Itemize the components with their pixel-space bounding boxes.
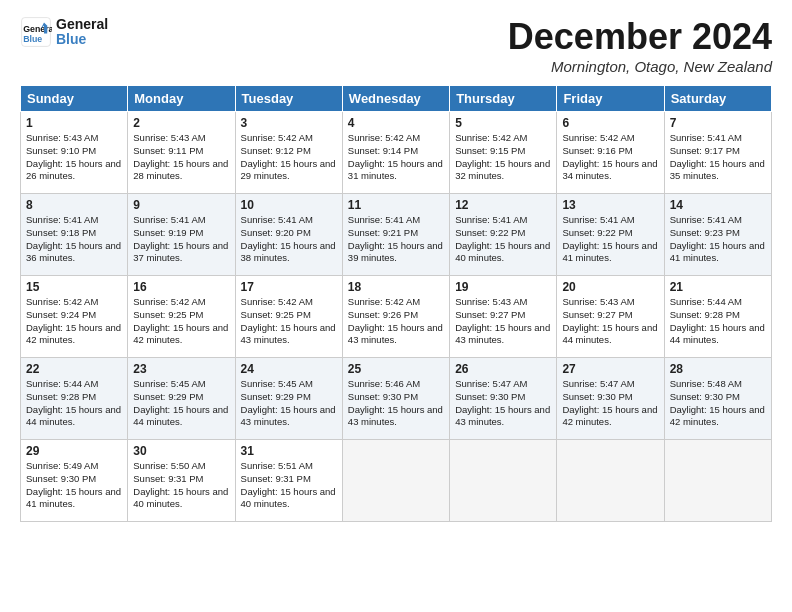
table-row: 17 Sunrise: 5:42 AMSunset: 9:25 PMDaylig… (235, 276, 342, 358)
table-row: 12 Sunrise: 5:41 AMSunset: 9:22 PMDaylig… (450, 194, 557, 276)
logo-icon: General Blue (20, 16, 52, 48)
location: Mornington, Otago, New Zealand (508, 58, 772, 75)
day-number: 5 (455, 116, 551, 130)
cell-content: Sunrise: 5:43 AMSunset: 9:10 PMDaylight:… (26, 132, 121, 181)
table-row: 2 Sunrise: 5:43 AMSunset: 9:11 PMDayligh… (128, 112, 235, 194)
table-row: 13 Sunrise: 5:41 AMSunset: 9:22 PMDaylig… (557, 194, 664, 276)
cell-content: Sunrise: 5:47 AMSunset: 9:30 PMDaylight:… (455, 378, 550, 427)
cell-content: Sunrise: 5:45 AMSunset: 9:29 PMDaylight:… (133, 378, 228, 427)
cell-content: Sunrise: 5:41 AMSunset: 9:17 PMDaylight:… (670, 132, 765, 181)
cell-content: Sunrise: 5:41 AMSunset: 9:22 PMDaylight:… (455, 214, 550, 263)
cell-content: Sunrise: 5:43 AMSunset: 9:27 PMDaylight:… (455, 296, 550, 345)
table-row (450, 440, 557, 522)
col-saturday: Saturday (664, 86, 771, 112)
day-number: 13 (562, 198, 658, 212)
day-number: 21 (670, 280, 766, 294)
cell-content: Sunrise: 5:42 AMSunset: 9:15 PMDaylight:… (455, 132, 550, 181)
calendar-week-row: 1 Sunrise: 5:43 AMSunset: 9:10 PMDayligh… (21, 112, 772, 194)
header: General Blue General Blue December 2024 … (20, 16, 772, 75)
day-number: 10 (241, 198, 337, 212)
col-sunday: Sunday (21, 86, 128, 112)
cell-content: Sunrise: 5:45 AMSunset: 9:29 PMDaylight:… (241, 378, 336, 427)
day-number: 15 (26, 280, 122, 294)
table-row: 16 Sunrise: 5:42 AMSunset: 9:25 PMDaylig… (128, 276, 235, 358)
table-row: 26 Sunrise: 5:47 AMSunset: 9:30 PMDaylig… (450, 358, 557, 440)
table-row: 29 Sunrise: 5:49 AMSunset: 9:30 PMDaylig… (21, 440, 128, 522)
day-number: 11 (348, 198, 444, 212)
day-number: 24 (241, 362, 337, 376)
cell-content: Sunrise: 5:46 AMSunset: 9:30 PMDaylight:… (348, 378, 443, 427)
table-row: 11 Sunrise: 5:41 AMSunset: 9:21 PMDaylig… (342, 194, 449, 276)
cell-content: Sunrise: 5:41 AMSunset: 9:23 PMDaylight:… (670, 214, 765, 263)
calendar-week-row: 29 Sunrise: 5:49 AMSunset: 9:30 PMDaylig… (21, 440, 772, 522)
col-friday: Friday (557, 86, 664, 112)
day-number: 28 (670, 362, 766, 376)
table-row: 31 Sunrise: 5:51 AMSunset: 9:31 PMDaylig… (235, 440, 342, 522)
cell-content: Sunrise: 5:42 AMSunset: 9:12 PMDaylight:… (241, 132, 336, 181)
day-number: 4 (348, 116, 444, 130)
table-row: 19 Sunrise: 5:43 AMSunset: 9:27 PMDaylig… (450, 276, 557, 358)
svg-text:Blue: Blue (23, 34, 42, 44)
table-row (342, 440, 449, 522)
cell-content: Sunrise: 5:41 AMSunset: 9:19 PMDaylight:… (133, 214, 228, 263)
table-row: 21 Sunrise: 5:44 AMSunset: 9:28 PMDaylig… (664, 276, 771, 358)
table-row: 24 Sunrise: 5:45 AMSunset: 9:29 PMDaylig… (235, 358, 342, 440)
day-number: 14 (670, 198, 766, 212)
table-row: 7 Sunrise: 5:41 AMSunset: 9:17 PMDayligh… (664, 112, 771, 194)
day-number: 2 (133, 116, 229, 130)
cell-content: Sunrise: 5:48 AMSunset: 9:30 PMDaylight:… (670, 378, 765, 427)
cell-content: Sunrise: 5:43 AMSunset: 9:11 PMDaylight:… (133, 132, 228, 181)
col-wednesday: Wednesday (342, 86, 449, 112)
month-title: December 2024 (508, 16, 772, 58)
cell-content: Sunrise: 5:42 AMSunset: 9:26 PMDaylight:… (348, 296, 443, 345)
day-number: 12 (455, 198, 551, 212)
day-number: 20 (562, 280, 658, 294)
day-number: 7 (670, 116, 766, 130)
day-number: 16 (133, 280, 229, 294)
day-number: 22 (26, 362, 122, 376)
logo-blue: Blue (56, 32, 108, 47)
day-number: 6 (562, 116, 658, 130)
calendar-week-row: 8 Sunrise: 5:41 AMSunset: 9:18 PMDayligh… (21, 194, 772, 276)
cell-content: Sunrise: 5:41 AMSunset: 9:22 PMDaylight:… (562, 214, 657, 263)
cell-content: Sunrise: 5:50 AMSunset: 9:31 PMDaylight:… (133, 460, 228, 509)
day-number: 27 (562, 362, 658, 376)
day-number: 3 (241, 116, 337, 130)
calendar-week-row: 22 Sunrise: 5:44 AMSunset: 9:28 PMDaylig… (21, 358, 772, 440)
day-number: 19 (455, 280, 551, 294)
day-number: 31 (241, 444, 337, 458)
table-row: 10 Sunrise: 5:41 AMSunset: 9:20 PMDaylig… (235, 194, 342, 276)
cell-content: Sunrise: 5:42 AMSunset: 9:16 PMDaylight:… (562, 132, 657, 181)
table-row: 1 Sunrise: 5:43 AMSunset: 9:10 PMDayligh… (21, 112, 128, 194)
calendar-table: Sunday Monday Tuesday Wednesday Thursday… (20, 85, 772, 522)
table-row: 14 Sunrise: 5:41 AMSunset: 9:23 PMDaylig… (664, 194, 771, 276)
table-row: 28 Sunrise: 5:48 AMSunset: 9:30 PMDaylig… (664, 358, 771, 440)
svg-text:General: General (23, 24, 52, 34)
table-row (664, 440, 771, 522)
table-row: 4 Sunrise: 5:42 AMSunset: 9:14 PMDayligh… (342, 112, 449, 194)
table-row: 9 Sunrise: 5:41 AMSunset: 9:19 PMDayligh… (128, 194, 235, 276)
day-number: 17 (241, 280, 337, 294)
day-number: 18 (348, 280, 444, 294)
cell-content: Sunrise: 5:41 AMSunset: 9:21 PMDaylight:… (348, 214, 443, 263)
col-thursday: Thursday (450, 86, 557, 112)
cell-content: Sunrise: 5:42 AMSunset: 9:14 PMDaylight:… (348, 132, 443, 181)
table-row: 18 Sunrise: 5:42 AMSunset: 9:26 PMDaylig… (342, 276, 449, 358)
cell-content: Sunrise: 5:44 AMSunset: 9:28 PMDaylight:… (670, 296, 765, 345)
day-number: 26 (455, 362, 551, 376)
cell-content: Sunrise: 5:47 AMSunset: 9:30 PMDaylight:… (562, 378, 657, 427)
logo: General Blue General Blue (20, 16, 108, 48)
day-number: 29 (26, 444, 122, 458)
cell-content: Sunrise: 5:43 AMSunset: 9:27 PMDaylight:… (562, 296, 657, 345)
col-monday: Monday (128, 86, 235, 112)
cell-content: Sunrise: 5:42 AMSunset: 9:25 PMDaylight:… (133, 296, 228, 345)
day-number: 8 (26, 198, 122, 212)
cell-content: Sunrise: 5:42 AMSunset: 9:24 PMDaylight:… (26, 296, 121, 345)
day-number: 25 (348, 362, 444, 376)
day-number: 30 (133, 444, 229, 458)
table-row: 30 Sunrise: 5:50 AMSunset: 9:31 PMDaylig… (128, 440, 235, 522)
table-row: 15 Sunrise: 5:42 AMSunset: 9:24 PMDaylig… (21, 276, 128, 358)
calendar-header-row: Sunday Monday Tuesday Wednesday Thursday… (21, 86, 772, 112)
cell-content: Sunrise: 5:41 AMSunset: 9:20 PMDaylight:… (241, 214, 336, 263)
cell-content: Sunrise: 5:51 AMSunset: 9:31 PMDaylight:… (241, 460, 336, 509)
